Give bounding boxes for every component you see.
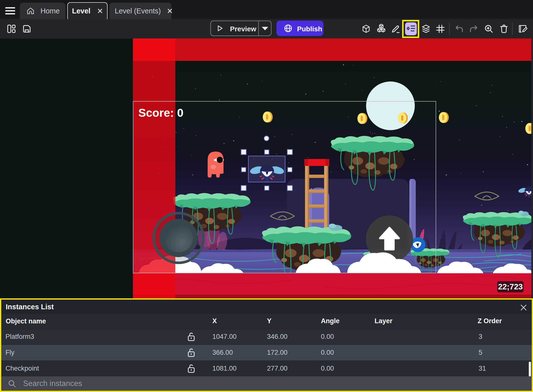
svg-text:22;723: 22;723 xyxy=(498,282,523,291)
svg-text:Score: 0: Score: 0 xyxy=(138,106,184,119)
